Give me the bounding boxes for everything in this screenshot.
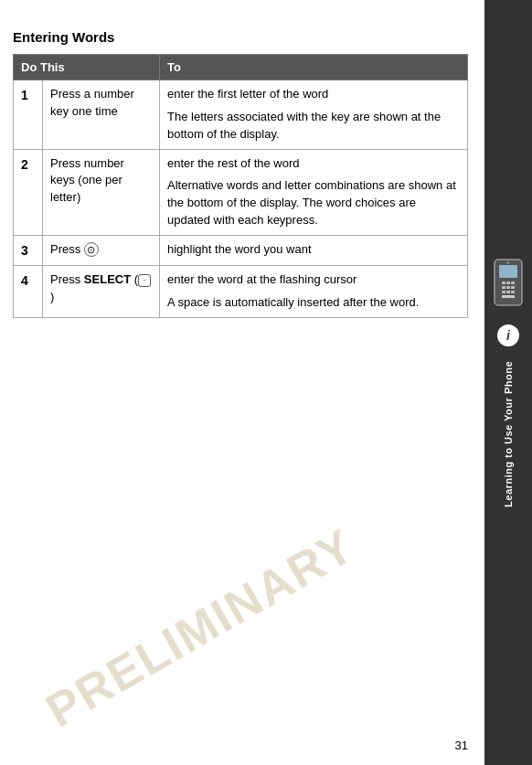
right-sidebar: i Learning to Use Your Phone (484, 0, 532, 765)
col-header-to: To (160, 55, 468, 80)
svg-rect-4 (511, 282, 515, 284)
page-container: i Learning to Use Your Phone Entering Wo… (0, 0, 532, 765)
row-to: highlight the word you want (160, 235, 468, 265)
row-number: 3 (14, 235, 43, 265)
svg-rect-1 (499, 265, 517, 278)
svg-rect-10 (511, 291, 515, 293)
svg-rect-2 (502, 282, 505, 284)
nav-button-icon: ⊙ (84, 242, 99, 257)
row-number: 1 (14, 80, 43, 150)
table-row: 4 Press SELECT (·) enter the word at the… (14, 266, 468, 318)
page-number: 31 (455, 738, 468, 752)
row-number: 4 (14, 266, 43, 318)
table-row: 1 Press a number key one time enter the … (14, 80, 468, 150)
svg-rect-8 (502, 291, 505, 293)
page-heading: Entering Words (13, 29, 468, 45)
row-to: enter the rest of the word Alternative w… (160, 149, 468, 235)
row-number: 2 (14, 149, 43, 235)
i-badge: i (497, 324, 519, 346)
svg-rect-7 (511, 286, 515, 289)
select-button-icon: · (138, 274, 151, 287)
svg-rect-9 (506, 291, 510, 293)
table-header-row: Do This To (14, 55, 468, 80)
table-row: 3 Press ⊙ highlight the word you want (14, 235, 468, 265)
svg-rect-3 (506, 282, 510, 284)
phone-icon (493, 258, 524, 310)
row-to: enter the first letter of the word The l… (160, 80, 468, 150)
row-do-this: Press SELECT (·) (43, 266, 160, 318)
svg-rect-11 (502, 295, 515, 298)
svg-point-12 (507, 261, 510, 264)
sidebar-vertical-text: Learning to Use Your Phone (503, 361, 514, 507)
row-do-this: Press number keys (one per letter) (43, 149, 160, 235)
svg-rect-6 (506, 286, 510, 289)
row-do-this: Press a number key one time (43, 80, 160, 150)
row-to: enter the word at the flashing cursor A … (160, 266, 468, 318)
row-do-this: Press ⊙ (43, 235, 160, 265)
table-row: 2 Press number keys (one per letter) ent… (14, 149, 468, 235)
main-content: Entering Words Do This To 1 Press a numb… (0, 16, 484, 331)
col-header-do-this: Do This (14, 55, 160, 80)
svg-rect-5 (502, 286, 505, 289)
info-table: Do This To 1 Press a number key one time… (13, 54, 468, 318)
watermark: PRELIMINARY (37, 517, 364, 738)
